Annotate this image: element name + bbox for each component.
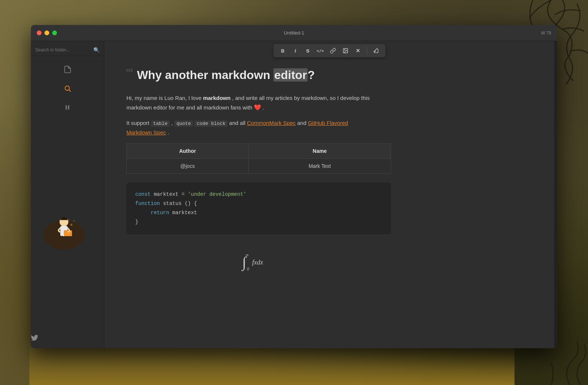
traffic-lights — [37, 30, 57, 35]
table-header-author: Author — [127, 143, 249, 158]
window-title: Untitled-1 — [284, 30, 304, 36]
illustration-area — [31, 121, 97, 334]
search-input[interactable] — [35, 47, 90, 53]
svg-point-10 — [344, 50, 345, 50]
code-string-val: 'under development' — [188, 191, 247, 197]
heading-icon-label: H — [65, 104, 69, 111]
inline-code-quote: quote — [174, 120, 193, 127]
commonmark-link[interactable]: CommonMark Spec — [247, 120, 296, 126]
twitter-icon[interactable] — [31, 334, 38, 342]
paragraph-2: It support table , quote code block and … — [126, 118, 391, 137]
svg-text:fxdx: fxdx — [252, 259, 263, 266]
table-header-row: Author Name — [127, 143, 391, 158]
heading-nav-icon[interactable]: H — [60, 100, 75, 115]
strikethrough-button[interactable]: S — [303, 46, 313, 56]
integral-svg: ∫ 0 ∞ fxdx — [240, 251, 277, 273]
code-return-kw: return — [151, 210, 169, 216]
editor-content: H3 Why another markdown editor? Hi, my n… — [104, 60, 406, 297]
formatting-toolbar: B I S </> — [104, 41, 554, 60]
word-count: W 79 — [541, 30, 551, 36]
sidebar-icons: H — [31, 56, 104, 121]
main-content-area: 🔍 H — [31, 41, 557, 348]
code-line-3: return marktext — [135, 208, 382, 217]
code-indent — [135, 210, 148, 216]
link-button[interactable] — [328, 46, 338, 56]
left-panel: 🔍 H — [31, 41, 104, 348]
para2-and: and — [297, 120, 308, 126]
image-button[interactable] — [340, 46, 351, 56]
code-var-name: marktext = — [154, 191, 187, 197]
math-formula: ∫ 0 ∞ fxdx — [240, 251, 277, 275]
code-inline-button[interactable]: </> — [315, 46, 326, 56]
table-cell-author: @jocs — [127, 158, 249, 173]
maximize-button[interactable] — [52, 30, 57, 35]
close-button[interactable] — [37, 30, 42, 35]
toolbar-inner: B I S </> — [273, 44, 386, 57]
inline-code-table: table — [151, 120, 170, 127]
code-return-val: marktext — [172, 210, 197, 216]
table-cell-name: Mark Text — [248, 158, 391, 173]
italic-button[interactable]: I — [290, 46, 301, 56]
toolbar-divider — [367, 47, 367, 54]
para1-start: Hi, my name is Luo Ran, I love — [126, 95, 203, 101]
para1-period: . — [263, 104, 264, 111]
code-const: const — [135, 191, 151, 197]
para2-end: . — [168, 129, 169, 136]
para2-middle: and all — [229, 120, 247, 126]
right-scrollbar[interactable] — [554, 41, 557, 348]
table-header-name: Name — [248, 143, 391, 158]
search-nav-icon[interactable] — [60, 81, 75, 96]
code-function-body: status () { — [163, 201, 197, 206]
eraser-button[interactable] — [371, 46, 381, 56]
svg-text:0: 0 — [247, 266, 249, 271]
minimize-button[interactable] — [44, 30, 49, 35]
svg-rect-7 — [73, 220, 75, 222]
code-line-1: const marktext = 'under development' — [135, 190, 382, 199]
para2-start: It support — [126, 120, 151, 126]
code-close-brace: } — [135, 219, 138, 225]
editor-area[interactable]: B I S </> — [104, 41, 554, 348]
code-line-4: } — [135, 217, 382, 227]
reading-illustration — [38, 205, 90, 249]
para2-comma1: , — [171, 120, 174, 126]
app-window: Untitled-1 W 79 🔍 — [31, 25, 557, 348]
para1-bold: markdown — [203, 95, 230, 101]
markdown-table: Author Name @jocs Mark Text — [126, 143, 391, 174]
clear-format-button[interactable]: ✕ — [353, 46, 363, 56]
code-block: const marktext = 'under development' fun… — [126, 183, 391, 234]
title-bar: Untitled-1 W 79 — [31, 25, 557, 41]
heart-emoji: ❤️ — [254, 102, 261, 112]
main-heading: Why another markdown editor? — [137, 68, 315, 83]
heading-highlight: editor — [273, 68, 308, 82]
heading-indicator: H3 — [126, 68, 133, 73]
table-row: @jocs Mark Text — [127, 158, 391, 173]
search-container: 🔍 — [31, 44, 104, 56]
search-icon[interactable]: 🔍 — [93, 47, 100, 53]
file-icon[interactable] — [60, 62, 75, 77]
inline-code-codeblock: code block — [194, 120, 227, 127]
paragraph-1: Hi, my name is Luo Ran, I love markdown … — [126, 93, 391, 113]
code-function-kw: function — [135, 201, 160, 206]
svg-text:∞: ∞ — [245, 252, 249, 258]
bold-button[interactable]: B — [278, 46, 288, 56]
svg-rect-8 — [68, 219, 70, 220]
math-block: ∫ 0 ∞ fxdx — [126, 243, 391, 282]
code-line-2: function status () { — [135, 199, 382, 208]
